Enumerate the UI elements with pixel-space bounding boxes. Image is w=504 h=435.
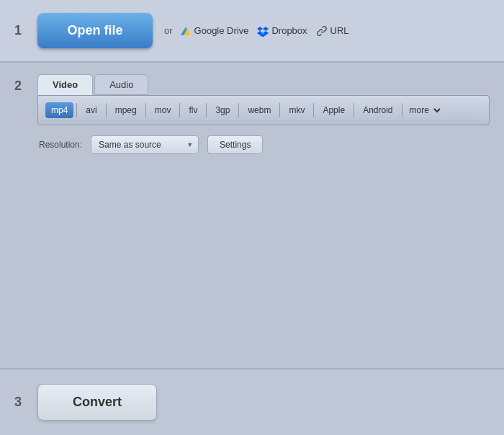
format-mkv[interactable]: mkv bbox=[283, 102, 310, 118]
dropbox-label: Dropbox bbox=[271, 25, 307, 36]
format-divider-9 bbox=[354, 103, 354, 117]
format-divider-6 bbox=[238, 103, 239, 117]
google-drive-label: Google Drive bbox=[194, 25, 249, 36]
convert-button[interactable]: Convert bbox=[37, 384, 157, 421]
format-divider-5 bbox=[206, 103, 207, 117]
format-panel: Video Audio mp4 avi mpeg mov flv bbox=[37, 74, 490, 154]
format-divider-3 bbox=[145, 103, 146, 117]
section-3: 3 Convert bbox=[0, 369, 504, 435]
format-divider-4 bbox=[179, 103, 180, 117]
format-3gp[interactable]: 3gp bbox=[210, 102, 235, 118]
main-container: 1 Open file or Google Drive bbox=[0, 0, 504, 435]
format-divider-8 bbox=[313, 103, 314, 117]
google-drive-icon bbox=[180, 25, 192, 37]
format-divider-10 bbox=[402, 103, 402, 117]
format-avi[interactable]: avi bbox=[80, 102, 102, 118]
cloud-links: Google Drive Dropbox URL bbox=[180, 25, 349, 37]
resolution-select[interactable]: Same as source bbox=[91, 135, 199, 154]
url-link[interactable]: URL bbox=[316, 25, 349, 37]
url-label: URL bbox=[330, 25, 349, 36]
format-more-select[interactable]: more bbox=[405, 102, 443, 119]
format-tabs: Video Audio bbox=[37, 74, 490, 95]
format-mpeg[interactable]: mpeg bbox=[109, 102, 143, 118]
google-drive-link[interactable]: Google Drive bbox=[180, 25, 249, 37]
format-webm[interactable]: webm bbox=[242, 102, 276, 118]
section-2-inner: 2 Video Audio mp4 avi mpeg bbox=[14, 74, 490, 154]
section-1: 1 Open file or Google Drive bbox=[0, 0, 504, 63]
format-apple[interactable]: Apple bbox=[317, 102, 351, 118]
step-1-number: 1 bbox=[14, 23, 26, 38]
format-divider-1 bbox=[76, 103, 77, 117]
tab-video[interactable]: Video bbox=[37, 74, 93, 95]
dropbox-icon bbox=[257, 25, 269, 37]
url-icon bbox=[316, 25, 328, 37]
format-android[interactable]: Android bbox=[357, 102, 398, 118]
format-divider-7 bbox=[279, 103, 280, 117]
resolution-row: Resolution: Same as source Settings bbox=[37, 135, 490, 154]
or-text: or bbox=[164, 25, 173, 36]
format-flv[interactable]: flv bbox=[183, 102, 203, 118]
resolution-wrapper: Same as source bbox=[91, 135, 199, 154]
format-mov[interactable]: mov bbox=[149, 102, 177, 118]
section-2: 2 Video Audio mp4 avi mpeg bbox=[0, 63, 504, 369]
step-2-number: 2 bbox=[14, 79, 26, 94]
format-divider-2 bbox=[106, 103, 107, 117]
settings-button[interactable]: Settings bbox=[207, 135, 263, 154]
step-3-number: 3 bbox=[14, 395, 26, 410]
tab-audio[interactable]: Audio bbox=[94, 74, 148, 95]
resolution-label: Resolution: bbox=[39, 140, 82, 150]
format-bar: mp4 avi mpeg mov flv 3gp webm mkv bbox=[37, 95, 490, 125]
format-mp4[interactable]: mp4 bbox=[45, 102, 73, 118]
dropbox-link[interactable]: Dropbox bbox=[257, 25, 307, 37]
open-file-button[interactable]: Open file bbox=[37, 13, 153, 48]
